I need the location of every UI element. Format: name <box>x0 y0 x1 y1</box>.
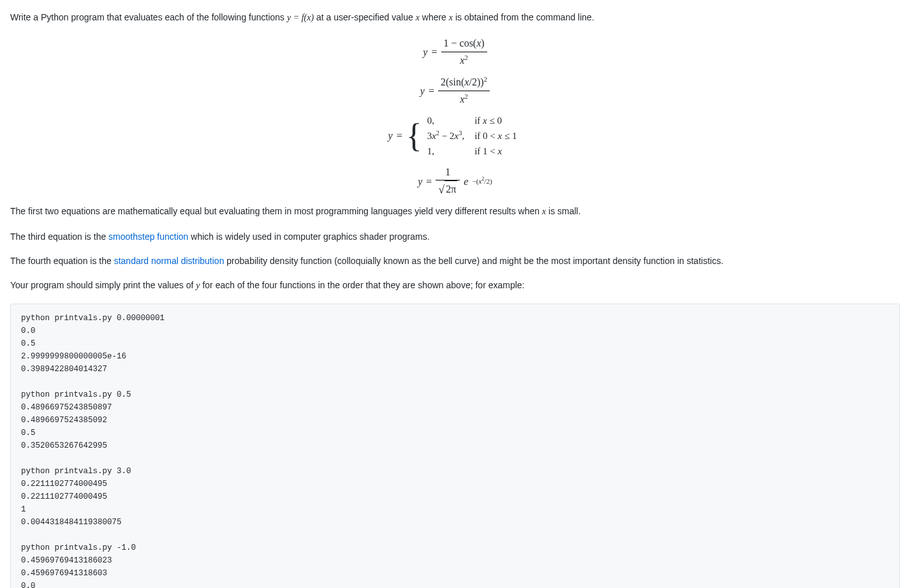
eq3-equals: = <box>397 128 402 144</box>
para4-y: y <box>196 281 200 290</box>
paragraph-normal-dist: The fourth equation is the standard norm… <box>10 254 900 268</box>
paragraph-smoothstep: The third equation is the smoothstep fun… <box>10 230 900 244</box>
eq2-y: y <box>420 83 425 99</box>
para2-t1: The third equation is the <box>10 232 108 242</box>
normal-distribution-link[interactable]: standard normal distribution <box>114 256 224 266</box>
case2-cond: ≤ 1 <box>502 131 517 141</box>
case-row-2: 3x2 − 2x3, if 0 < x ≤ 1 <box>422 128 522 143</box>
para3-t2: probability density function (colloquial… <box>226 256 723 266</box>
eq2-equals: = <box>429 83 434 99</box>
left-brace-icon: { <box>406 119 422 152</box>
math-y-eq-fx: y = f(x) <box>287 13 314 22</box>
smoothstep-link[interactable]: smoothstep function <box>108 232 188 242</box>
eq3-cases: { 0, if x ≤ 0 3x2 − 2x3, if 0 < x ≤ 1 1,… <box>406 113 522 159</box>
case1-val: 0, <box>427 115 434 126</box>
eq1-equals: = <box>431 44 437 61</box>
intro-text-1: Write a Python program that evaluates ea… <box>10 12 287 22</box>
case-row-1: 0, if x ≤ 0 <box>422 113 522 128</box>
eq1-den-sup: 2 <box>464 54 468 61</box>
para1-x: x <box>542 207 546 216</box>
eq3-cases-table: 0, if x ≤ 0 3x2 − 2x3, if 0 < x ≤ 1 1, i… <box>422 113 522 159</box>
case2-comma: , <box>462 131 464 141</box>
case3-x: x <box>498 146 503 156</box>
case2-if: if 0 < <box>474 131 497 141</box>
case-row-3: 1, if 1 < x <box>422 143 522 159</box>
eq4-num: 1 <box>436 164 460 181</box>
intro-paragraph: Write a Python program that evaluates ea… <box>10 10 900 25</box>
eq1-fraction: 1 − cos(x) x2 <box>441 35 487 69</box>
case1-if: if <box>474 115 483 126</box>
case2-minus: − 2 <box>439 131 454 141</box>
eq2-num-sup: 2 <box>484 75 488 83</box>
eq4-e: e <box>464 173 468 190</box>
equation-4: y = 1 √2π e−(x2/2) <box>10 164 900 199</box>
eq2-num-b: /2)) <box>469 77 483 87</box>
eq4-exp-a: −( <box>472 177 478 185</box>
eq1-y: y <box>423 44 427 61</box>
para2-t2: which is widely used in computer graphic… <box>191 232 429 242</box>
para4-t1: Your program should simply print the val… <box>10 280 196 290</box>
case2-x1: x <box>432 131 436 141</box>
case2-3: 3 <box>427 131 432 141</box>
sqrt-icon: √2π <box>438 180 457 199</box>
intro-text-4: is obtained from the command line. <box>455 12 594 22</box>
para3-t1: The fourth equation is the <box>10 256 114 266</box>
eq4-fraction: 1 √2π <box>436 164 460 199</box>
eq4-y: y <box>418 173 422 190</box>
eq1-num-a: 1 − cos( <box>444 38 477 48</box>
case3-val: 1, <box>427 146 434 156</box>
paragraph-first-two: The first two equations are mathematical… <box>10 204 900 219</box>
case1-x: x <box>483 115 487 126</box>
equation-3: y = { 0, if x ≤ 0 3x2 − 2x3, if 0 < x ≤ … <box>10 113 900 159</box>
para1-t2: is small. <box>548 206 581 216</box>
math-x-1: x <box>416 13 420 22</box>
eq2-den-sup: 2 <box>464 92 468 100</box>
intro-text-3: where <box>422 12 449 22</box>
para1-t1: The first two equations are mathematical… <box>10 206 542 216</box>
eq2-num-a: 2(sin( <box>441 77 464 87</box>
eq4-equals: = <box>426 173 432 190</box>
example-output-code: python printvals.py 0.00000001 0.0 0.5 2… <box>10 304 900 588</box>
eq4-exp: −(x2/2) <box>472 175 492 187</box>
case3-if: if 1 < <box>474 146 497 156</box>
math-x-2: x <box>449 13 453 22</box>
eq2-fraction: 2(sin(x/2))2 x2 <box>438 74 490 108</box>
eq4-exp-b: /2) <box>484 177 492 185</box>
eq1-num-b: ) <box>481 38 484 48</box>
equation-1: y = 1 − cos(x) x2 <box>10 35 900 69</box>
intro-text-2: at a user-specified value <box>316 12 416 22</box>
eq4-den: 2π <box>444 180 457 198</box>
paragraph-output-spec: Your program should simply print the val… <box>10 278 900 293</box>
eq3-y: y <box>388 128 393 144</box>
case1-cond: ≤ 0 <box>487 115 502 126</box>
equation-2: y = 2(sin(x/2))2 x2 <box>10 74 900 108</box>
para4-t2: for each of the four functions in the or… <box>202 280 524 290</box>
